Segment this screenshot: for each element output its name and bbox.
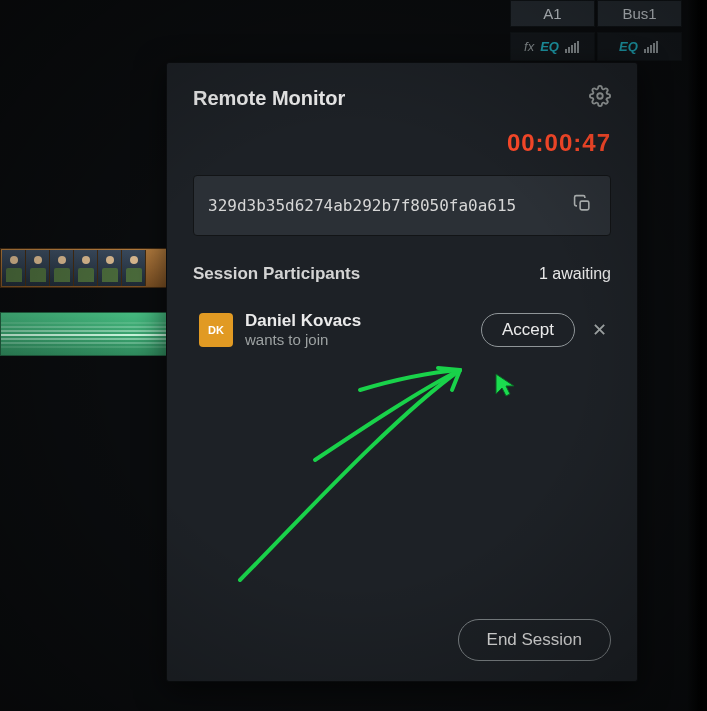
svg-rect-5 bbox=[644, 49, 646, 53]
mixer-fx-row: fx EQ EQ bbox=[510, 32, 682, 61]
panel-title: Remote Monitor bbox=[193, 87, 345, 110]
session-id-value[interactable]: 329d3b35d6274ab292b7f8050fa0a615 bbox=[208, 196, 569, 215]
copy-session-id-button[interactable] bbox=[569, 190, 596, 221]
end-session-button[interactable]: End Session bbox=[458, 619, 611, 661]
svg-rect-7 bbox=[650, 45, 652, 53]
clip-thumbnail bbox=[74, 250, 98, 286]
session-timer: 00:00:47 bbox=[193, 129, 611, 157]
decline-button[interactable]: ✕ bbox=[587, 319, 611, 341]
svg-rect-11 bbox=[580, 201, 589, 210]
svg-rect-0 bbox=[565, 49, 567, 53]
eq-label: EQ bbox=[619, 39, 638, 54]
accept-button[interactable]: Accept bbox=[481, 313, 575, 347]
participant-name: Daniel Kovacs bbox=[245, 310, 469, 331]
mixer-fx-slot-a1[interactable]: fx EQ bbox=[510, 32, 595, 61]
mixer-track-headers: A1 Bus1 bbox=[510, 0, 682, 27]
clip-thumbnail bbox=[2, 250, 26, 286]
svg-rect-3 bbox=[574, 43, 576, 53]
session-id-box: 329d3b35d6274ab292b7f8050fa0a615 bbox=[193, 175, 611, 236]
gear-icon bbox=[589, 93, 611, 110]
svg-rect-1 bbox=[568, 47, 570, 53]
settings-button[interactable] bbox=[589, 85, 611, 111]
svg-point-10 bbox=[597, 93, 603, 99]
screen-edge-shadow bbox=[687, 0, 707, 711]
mixer-fx-slot-bus1[interactable]: EQ bbox=[597, 32, 682, 61]
signal-bars-icon bbox=[644, 41, 660, 53]
svg-rect-9 bbox=[656, 41, 658, 53]
participants-heading: Session Participants bbox=[193, 264, 360, 284]
awaiting-count: 1 awaiting bbox=[539, 265, 611, 283]
svg-rect-2 bbox=[571, 45, 573, 53]
svg-rect-6 bbox=[647, 47, 649, 53]
copy-icon bbox=[573, 199, 592, 216]
mixer-track-bus1[interactable]: Bus1 bbox=[597, 0, 682, 27]
svg-rect-4 bbox=[577, 41, 579, 53]
remote-monitor-panel: Remote Monitor 00:00:47 329d3b35d6274ab2… bbox=[166, 62, 638, 682]
clip-thumbnail bbox=[98, 250, 122, 286]
join-request-row: DK Daniel Kovacs wants to join Accept ✕ bbox=[193, 300, 611, 360]
avatar: DK bbox=[199, 313, 233, 347]
clip-thumbnail bbox=[26, 250, 50, 286]
mixer-track-a1[interactable]: A1 bbox=[510, 0, 595, 27]
clip-thumbnail bbox=[50, 250, 74, 286]
eq-label: EQ bbox=[540, 39, 559, 54]
close-icon: ✕ bbox=[592, 320, 607, 340]
fx-label: fx bbox=[524, 39, 534, 54]
signal-bars-icon bbox=[565, 41, 581, 53]
participant-subtext: wants to join bbox=[245, 331, 469, 350]
svg-rect-8 bbox=[653, 43, 655, 53]
clip-thumbnail bbox=[122, 250, 146, 286]
